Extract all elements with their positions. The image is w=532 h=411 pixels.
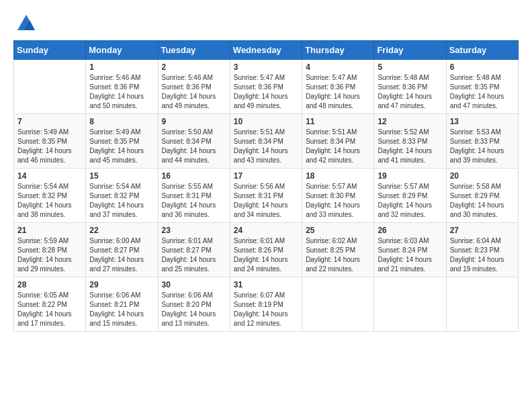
calendar-cell: 21Sunrise: 5:59 AM Sunset: 8:28 PM Dayli…	[14, 223, 86, 277]
calendar-cell: 7Sunrise: 5:49 AM Sunset: 8:35 PM Daylig…	[14, 114, 86, 169]
day-number: 11	[306, 117, 370, 126]
day-info: Sunrise: 6:06 AM Sunset: 8:20 PM Dayligh…	[162, 291, 226, 328]
calendar-cell: 20Sunrise: 5:58 AM Sunset: 8:29 PM Dayli…	[446, 169, 518, 223]
day-info: Sunrise: 5:48 AM Sunset: 8:35 PM Dayligh…	[450, 73, 515, 111]
day-number: 9	[162, 117, 226, 126]
day-number: 31	[234, 280, 298, 289]
calendar-header-thursday: Thursday	[302, 41, 374, 60]
calendar-cell: 10Sunrise: 5:51 AM Sunset: 8:34 PM Dayli…	[230, 114, 302, 169]
day-info: Sunrise: 6:06 AM Sunset: 8:21 PM Dayligh…	[89, 291, 154, 328]
calendar-week-row: 7Sunrise: 5:49 AM Sunset: 8:35 PM Daylig…	[14, 114, 519, 169]
day-info: Sunrise: 5:50 AM Sunset: 8:34 PM Dayligh…	[162, 128, 226, 165]
day-info: Sunrise: 6:01 AM Sunset: 8:27 PM Dayligh…	[162, 236, 226, 274]
day-info: Sunrise: 5:51 AM Sunset: 8:34 PM Dayligh…	[234, 128, 298, 165]
day-number: 18	[306, 171, 370, 181]
day-number: 25	[306, 226, 370, 235]
calendar-cell: 27Sunrise: 6:04 AM Sunset: 8:23 PM Dayli…	[446, 223, 518, 277]
day-number: 8	[89, 117, 154, 126]
calendar-cell: 22Sunrise: 6:00 AM Sunset: 8:27 PM Dayli…	[86, 223, 158, 277]
day-number: 28	[17, 280, 82, 289]
calendar-cell: 5Sunrise: 5:48 AM Sunset: 8:36 PM Daylig…	[374, 60, 446, 114]
day-info: Sunrise: 6:02 AM Sunset: 8:25 PM Dayligh…	[306, 236, 370, 274]
day-info: Sunrise: 5:54 AM Sunset: 8:32 PM Dayligh…	[89, 182, 154, 220]
calendar-cell: 1Sunrise: 5:46 AM Sunset: 8:36 PM Daylig…	[86, 60, 158, 114]
calendar-cell: 2Sunrise: 5:46 AM Sunset: 8:36 PM Daylig…	[158, 60, 230, 114]
day-number: 5	[378, 62, 442, 72]
day-info: Sunrise: 5:52 AM Sunset: 8:33 PM Dayligh…	[378, 128, 442, 165]
calendar-week-row: 21Sunrise: 5:59 AM Sunset: 8:28 PM Dayli…	[14, 223, 519, 277]
calendar-cell: 30Sunrise: 6:06 AM Sunset: 8:20 PM Dayli…	[158, 277, 230, 332]
calendar-cell: 3Sunrise: 5:47 AM Sunset: 8:36 PM Daylig…	[230, 60, 302, 114]
calendar-week-row: 28Sunrise: 6:05 AM Sunset: 8:22 PM Dayli…	[14, 277, 519, 332]
logo-icon	[16, 13, 36, 34]
day-info: Sunrise: 6:01 AM Sunset: 8:26 PM Dayligh…	[234, 236, 298, 274]
day-number: 15	[89, 171, 154, 181]
day-number: 26	[378, 226, 442, 235]
calendar-cell: 11Sunrise: 5:51 AM Sunset: 8:34 PM Dayli…	[302, 114, 374, 169]
calendar-cell: 18Sunrise: 5:57 AM Sunset: 8:30 PM Dayli…	[302, 169, 374, 223]
calendar-cell	[374, 277, 446, 332]
day-number: 29	[89, 280, 154, 289]
day-info: Sunrise: 5:47 AM Sunset: 8:36 PM Dayligh…	[306, 73, 370, 111]
day-info: Sunrise: 5:46 AM Sunset: 8:36 PM Dayligh…	[89, 73, 154, 111]
day-number: 1	[89, 62, 154, 72]
day-number: 24	[234, 226, 298, 235]
calendar-header-monday: Monday	[86, 41, 158, 60]
calendar-cell: 4Sunrise: 5:47 AM Sunset: 8:36 PM Daylig…	[302, 60, 374, 114]
calendar-cell: 13Sunrise: 5:53 AM Sunset: 8:33 PM Dayli…	[446, 114, 518, 169]
day-info: Sunrise: 5:49 AM Sunset: 8:35 PM Dayligh…	[17, 128, 82, 165]
calendar-cell: 15Sunrise: 5:54 AM Sunset: 8:32 PM Dayli…	[86, 169, 158, 223]
calendar-cell: 16Sunrise: 5:55 AM Sunset: 8:31 PM Dayli…	[158, 169, 230, 223]
calendar-cell: 29Sunrise: 6:06 AM Sunset: 8:21 PM Dayli…	[86, 277, 158, 332]
calendar-cell: 8Sunrise: 5:49 AM Sunset: 8:35 PM Daylig…	[86, 114, 158, 169]
calendar-cell: 9Sunrise: 5:50 AM Sunset: 8:34 PM Daylig…	[158, 114, 230, 169]
day-info: Sunrise: 5:48 AM Sunset: 8:36 PM Dayligh…	[378, 73, 442, 111]
calendar-header-friday: Friday	[374, 41, 446, 60]
day-number: 19	[378, 171, 442, 181]
calendar-cell: 25Sunrise: 6:02 AM Sunset: 8:25 PM Dayli…	[302, 223, 374, 277]
day-info: Sunrise: 5:59 AM Sunset: 8:28 PM Dayligh…	[17, 236, 82, 274]
calendar-cell: 19Sunrise: 5:57 AM Sunset: 8:29 PM Dayli…	[374, 169, 446, 223]
calendar-cell	[302, 277, 374, 332]
calendar-cell: 12Sunrise: 5:52 AM Sunset: 8:33 PM Dayli…	[374, 114, 446, 169]
day-number: 23	[162, 226, 226, 235]
calendar-cell: 31Sunrise: 6:07 AM Sunset: 8:19 PM Dayli…	[230, 277, 302, 332]
calendar-header-sunday: Sunday	[14, 41, 86, 60]
day-number: 4	[306, 62, 370, 72]
day-info: Sunrise: 5:47 AM Sunset: 8:36 PM Dayligh…	[234, 73, 298, 111]
day-number: 30	[162, 280, 226, 289]
day-info: Sunrise: 5:55 AM Sunset: 8:31 PM Dayligh…	[162, 182, 226, 220]
day-number: 22	[89, 226, 154, 235]
calendar-cell: 14Sunrise: 5:54 AM Sunset: 8:32 PM Dayli…	[14, 169, 86, 223]
day-info: Sunrise: 5:57 AM Sunset: 8:30 PM Dayligh…	[306, 182, 370, 220]
day-number: 27	[450, 226, 515, 235]
calendar-table: SundayMondayTuesdayWednesdayThursdayFrid…	[13, 40, 519, 332]
day-info: Sunrise: 5:54 AM Sunset: 8:32 PM Dayligh…	[17, 182, 82, 220]
day-info: Sunrise: 5:53 AM Sunset: 8:33 PM Dayligh…	[450, 128, 515, 165]
calendar-week-row: 14Sunrise: 5:54 AM Sunset: 8:32 PM Dayli…	[14, 169, 519, 223]
day-number: 2	[162, 62, 226, 72]
day-info: Sunrise: 6:04 AM Sunset: 8:23 PM Dayligh…	[450, 236, 515, 274]
calendar-cell	[446, 277, 518, 332]
calendar-cell: 28Sunrise: 6:05 AM Sunset: 8:22 PM Dayli…	[14, 277, 86, 332]
day-number: 17	[234, 171, 298, 181]
day-info: Sunrise: 6:00 AM Sunset: 8:27 PM Dayligh…	[89, 236, 154, 274]
day-number: 7	[17, 117, 82, 126]
calendar-header-row: SundayMondayTuesdayWednesdayThursdayFrid…	[14, 41, 519, 60]
calendar-cell: 23Sunrise: 6:01 AM Sunset: 8:27 PM Dayli…	[158, 223, 230, 277]
day-number: 21	[17, 226, 82, 235]
day-info: Sunrise: 5:46 AM Sunset: 8:36 PM Dayligh…	[162, 73, 226, 111]
calendar-cell: 6Sunrise: 5:48 AM Sunset: 8:35 PM Daylig…	[446, 60, 518, 114]
day-info: Sunrise: 6:05 AM Sunset: 8:22 PM Dayligh…	[17, 291, 82, 328]
day-info: Sunrise: 5:51 AM Sunset: 8:34 PM Dayligh…	[306, 128, 370, 165]
calendar-cell: 24Sunrise: 6:01 AM Sunset: 8:26 PM Dayli…	[230, 223, 302, 277]
day-info: Sunrise: 5:49 AM Sunset: 8:35 PM Dayligh…	[89, 128, 154, 165]
day-info: Sunrise: 5:58 AM Sunset: 8:29 PM Dayligh…	[450, 182, 515, 220]
calendar-header-saturday: Saturday	[446, 41, 518, 60]
day-number: 16	[162, 171, 226, 181]
day-number: 14	[17, 171, 82, 181]
calendar-header-wednesday: Wednesday	[230, 41, 302, 60]
day-number: 10	[234, 117, 298, 126]
day-number: 6	[450, 62, 515, 72]
day-info: Sunrise: 6:03 AM Sunset: 8:24 PM Dayligh…	[378, 236, 442, 274]
